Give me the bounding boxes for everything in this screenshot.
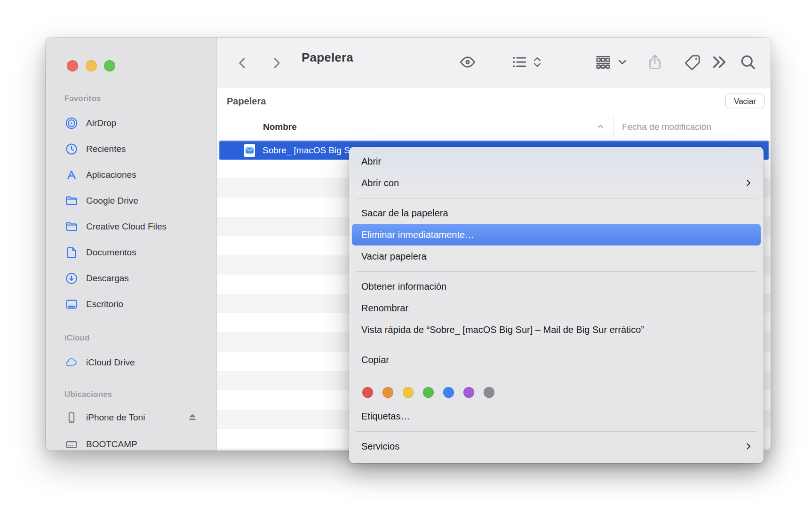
group-by-icon[interactable] (593, 52, 613, 72)
menu-separator (356, 375, 757, 375)
menu-separator (356, 431, 757, 432)
sidebar-item-label: BOOTCAMP (86, 439, 137, 450)
tag-color-dot[interactable] (484, 387, 494, 398)
sidebar-item-label: Recientes (86, 144, 126, 154)
column-divider[interactable] (613, 117, 614, 137)
tag-color-dot[interactable] (362, 387, 373, 398)
tag-color-dot[interactable] (403, 387, 414, 398)
minimize-window-button[interactable] (86, 60, 97, 71)
appstore-icon (64, 168, 79, 182)
tag-color-dot[interactable] (443, 387, 454, 398)
sidebar-item-label: Documentos (86, 247, 136, 258)
sidebar-item-google-drive[interactable]: Google Drive (59, 188, 210, 214)
icloud-icon (64, 356, 79, 370)
menu-item-sacar-de-la-papelera[interactable]: Sacar de la papelera (349, 202, 764, 224)
toolbar: Papelera (217, 38, 771, 89)
tag-color-dot[interactable] (423, 387, 434, 398)
sidebar-item-escritorio[interactable]: Escritorio (59, 292, 210, 317)
menu-item-vista-rapida-de-sobre-macos-big-sur-mail-de-big-sur-erratico[interactable]: Vista rápida de “Sobre_ [macOS Big Sur] … (349, 319, 764, 340)
download-circle-icon (64, 271, 79, 285)
sidebar-item-label: Aplicaciones (86, 170, 136, 180)
menu-item-vaciar-papelera[interactable]: Vaciar papelera (349, 245, 764, 267)
menu-item-servicios[interactable]: Servicios (349, 435, 764, 457)
search-icon[interactable] (738, 52, 758, 72)
submenu-arrow-icon (744, 435, 753, 457)
sidebar-item-airdrop[interactable]: AirDrop (59, 111, 210, 136)
more-toolbar-icon[interactable] (709, 52, 730, 72)
menu-item-renombrar[interactable]: Renombrar (349, 297, 764, 319)
tag-color-dot[interactable] (382, 387, 393, 398)
menu-item-obtener-informacion[interactable]: Obtener información (349, 276, 764, 297)
folder-icon (64, 220, 79, 234)
airdrop-icon (64, 116, 79, 130)
sidebar-item-label: Escritorio (86, 299, 123, 309)
sidebar-item-iphone-de-toni[interactable]: iPhone de Toni (59, 405, 210, 431)
folder-icon (64, 194, 79, 208)
submenu-arrow-icon (744, 172, 753, 194)
sidebar-item-label: iCloud Drive (86, 357, 135, 368)
location-title: Papelera (227, 88, 266, 114)
menu-separator (356, 198, 757, 198)
sidebar-item-icloud-drive[interactable]: iCloud Drive (59, 350, 210, 376)
menu-item-abrir-con[interactable]: Abrir con (349, 172, 764, 194)
sidebar-section-title-favoritos: Favoritos (64, 90, 101, 107)
sidebar-section-title-ubicaciones: Ubicaciones (64, 386, 112, 403)
sidebar-section-title-icloud: iCloud (64, 330, 89, 347)
empty-trash-button[interactable]: Vaciar (725, 94, 764, 108)
eject-icon[interactable] (187, 412, 198, 423)
context-menu: AbrirAbrir conSacar de la papeleraElimin… (349, 147, 764, 463)
sidebar-item-creative-cloud-files[interactable]: Creative Cloud Files (59, 214, 210, 240)
sidebar-item-label: Descargas (86, 273, 129, 284)
tags-icon[interactable] (683, 52, 703, 72)
share-icon[interactable] (645, 52, 665, 72)
sidebar: FavoritosAirDropRecientesAplicacionesGoo… (46, 38, 217, 451)
close-window-button[interactable] (67, 60, 78, 71)
mail-file-icon (244, 144, 255, 157)
zoom-window-button[interactable] (104, 60, 115, 71)
sidebar-item-recientes[interactable]: Recientes (59, 136, 210, 162)
sidebar-item-label: iPhone de Toni (86, 412, 145, 423)
menu-item-eliminar-inmediatamente[interactable]: Eliminar inmediatamente… (352, 224, 761, 245)
document-icon (64, 245, 79, 260)
column-header-row: Nombre Fecha de modificación (217, 114, 771, 140)
harddisk-icon (64, 437, 79, 451)
tag-color-dot[interactable] (463, 387, 474, 398)
iphone-icon (64, 411, 79, 425)
location-bar: Papelera Vaciar (217, 88, 771, 114)
sidebar-item-label: AirDrop (86, 118, 116, 128)
menu-separator (356, 345, 757, 345)
sidebar-item-documentos[interactable]: Documentos (59, 240, 210, 266)
menu-item-etiquetas[interactable]: Etiquetas… (349, 405, 764, 427)
preview-eye-icon[interactable] (457, 52, 478, 72)
sidebar-item-label: Google Drive (86, 196, 138, 206)
sort-ascending-icon (596, 122, 605, 131)
menu-item-abrir[interactable]: Abrir (349, 150, 764, 172)
sidebar-item-descargas[interactable]: Descargas (59, 266, 210, 292)
forward-button[interactable] (268, 55, 284, 71)
menu-item-copiar[interactable]: Copiar (349, 349, 764, 371)
sidebar-item-bootcamp[interactable]: BOOTCAMP (59, 432, 210, 451)
menu-tag-colors (362, 379, 494, 405)
column-header-date[interactable]: Fecha de modificación (622, 114, 711, 140)
desktop-icon (64, 297, 79, 311)
view-sort-arrows-icon[interactable] (527, 52, 548, 72)
clock-icon (64, 142, 79, 156)
group-by-chevron-icon[interactable] (612, 52, 633, 72)
screenshot-background: FavoritosAirDropRecientesAplicacionesGoo… (0, 0, 812, 506)
sidebar-item-aplicaciones[interactable]: Aplicaciones (59, 162, 210, 188)
back-button[interactable] (235, 55, 251, 71)
column-header-name[interactable]: Nombre (263, 114, 297, 140)
sidebar-item-label: Creative Cloud Files (86, 221, 167, 232)
menu-separator (356, 271, 757, 272)
window-title: Papelera (302, 50, 353, 65)
